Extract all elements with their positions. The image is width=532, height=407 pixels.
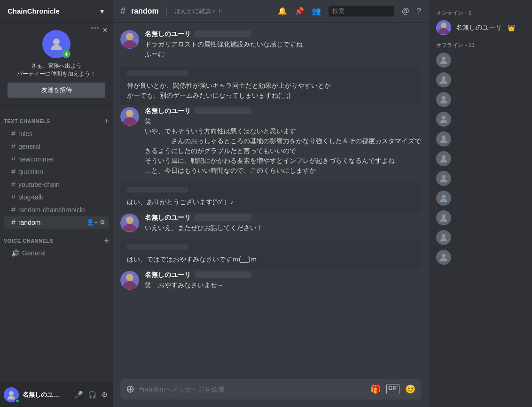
message-header: 名無しのユーリ: [145, 107, 421, 115]
channel-label: general: [18, 143, 40, 150]
member-item-offline[interactable]: [432, 189, 528, 207]
gif-icon[interactable]: GIF: [386, 384, 399, 394]
member-avatar: [436, 20, 451, 35]
channel-label: General: [22, 249, 46, 257]
add-voice-channel-icon[interactable]: +: [104, 237, 109, 245]
server-name: ChainChronicle: [8, 7, 60, 15]
message-text: 仲が良いとか、関係性が強いキャラ同士だと効果が上がりやすいとか かーでも、別のゲ…: [127, 81, 415, 100]
channel-item-blog-talk[interactable]: # blog-talk: [4, 191, 109, 203]
channel-item-general[interactable]: # general: [4, 140, 109, 153]
help-icon[interactable]: ?: [417, 7, 421, 15]
member-item-offline[interactable]: [432, 51, 528, 69]
member-item-offline[interactable]: [432, 248, 528, 267]
voice-channels-section-header[interactable]: VOICE CHANNELS +: [0, 229, 113, 247]
channels-list: TEXT CHANNELS + # rules # general # newc…: [0, 106, 113, 383]
channel-item-random-cc[interactable]: # random-chainchronicle: [4, 204, 109, 216]
channel-item-youtube-chain[interactable]: # youtube-chain: [4, 178, 109, 191]
message-text: はい、ではではおやすみなさいですｍ(__)ｍ: [127, 254, 415, 264]
channel-label: question: [18, 168, 43, 176]
user-panel: 名無しのユ… 🎤 🎧 ⚙: [0, 383, 113, 407]
members-list-icon[interactable]: 👥: [312, 7, 321, 15]
user-panel-name: 名無しのユ…: [23, 391, 69, 399]
promo-close-button[interactable]: ✕: [102, 26, 108, 34]
message-input-area: ⊕ 🎁 GIF 😊: [113, 379, 429, 407]
right-sidebar: オンライン－1 名無しのユーリ 👑 オフライン－11: [429, 0, 532, 407]
svg-point-11: [441, 23, 446, 28]
user-status-indicator: [15, 399, 20, 403]
other-name-bar: [127, 70, 188, 76]
channel-item-general-voice[interactable]: 🔊 General: [4, 247, 109, 259]
channel-hash-icon: #: [11, 193, 16, 201]
user-panel-info: 名無しのユ…: [23, 391, 69, 399]
messages-area: 名無しのユーリ ドラガリアロストの属性強化施設みたいな感じですねふーむ 仲が良い…: [113, 23, 429, 379]
gift-icon[interactable]: 🎁: [370, 384, 381, 394]
other-message-block: はい、ありがとうございます(°o°）♪: [120, 182, 421, 212]
member-item-offline[interactable]: [432, 130, 528, 148]
member-item-offline[interactable]: [432, 70, 528, 89]
invite-friends-button[interactable]: 友達を招待: [8, 83, 105, 98]
at-icon[interactable]: @: [402, 7, 409, 15]
message-avatar: [120, 107, 139, 126]
svg-point-9: [126, 274, 133, 281]
voice-channels-label: VOICE CHANNELS: [4, 238, 53, 244]
online-section-header: オンライン－1: [432, 6, 528, 18]
message-group: 名無しのユーリ いえいえ、またぜひお話してください！: [120, 214, 421, 233]
message-avatar: [120, 271, 139, 290]
settings-icon[interactable]: ⚙: [100, 219, 105, 226]
channel-hash-icon: #: [11, 180, 16, 189]
channel-label: newcommer: [18, 155, 54, 163]
add-text-channel-icon[interactable]: +: [104, 117, 109, 125]
server-header[interactable]: ChainChronicle ▼: [0, 0, 113, 23]
svg-point-18: [442, 175, 446, 179]
message-timestamp-bar: [195, 108, 251, 114]
promo-text: さぁ、冒険へ出よう パーティーに仲間を加えよう！: [17, 62, 96, 78]
svg-point-14: [442, 96, 446, 100]
other-name-bar: [127, 244, 188, 250]
channel-label: youtube-chain: [18, 181, 60, 188]
message-input-field[interactable]: [139, 385, 366, 393]
channel-item-question[interactable]: # question: [4, 166, 109, 178]
member-item-offline[interactable]: [432, 149, 528, 168]
message-group: 名無しのユーリ ドラガリアロストの属性強化施設みたいな感じですねふーむ: [120, 30, 421, 59]
channel-label: rules: [18, 130, 32, 138]
svg-point-17: [442, 155, 446, 159]
member-item-offline[interactable]: [432, 228, 528, 247]
member-item-offline[interactable]: [432, 90, 528, 109]
search-input[interactable]: [329, 6, 394, 16]
member-item-yuri[interactable]: 名無しのユーリ 👑: [432, 18, 528, 37]
member-avatar-offline: [436, 191, 451, 206]
emoji-icon[interactable]: 😊: [405, 384, 415, 394]
voice-icon: 🔊: [11, 249, 19, 257]
channel-header-actions: 🔔 📌 👥 @ ?: [278, 6, 421, 16]
svg-point-5: [126, 110, 133, 117]
add-member-icon[interactable]: 👤+: [86, 219, 98, 226]
promo-avatar: +: [42, 30, 70, 58]
message-group: 名無しのユーリ 笑 いや、でもそういう方向性は悪くはないと思います さんのおっし…: [120, 107, 421, 176]
server-chevron-icon: ▼: [99, 8, 105, 15]
message-content: 名無しのユーリ いえいえ、またぜひお話してください！: [145, 214, 421, 233]
svg-point-19: [442, 195, 446, 199]
channel-item-rules[interactable]: # rules: [4, 128, 109, 140]
member-item-offline[interactable]: [432, 169, 528, 188]
message-content: 名無しのユーリ ドラガリアロストの属性強化施設みたいな感じですねふーむ: [145, 30, 421, 59]
user-settings-button[interactable]: ⚙: [100, 390, 109, 400]
notifications-icon[interactable]: 🔔: [278, 7, 287, 15]
user-promo-card: ✕ + さぁ、冒険へ出よう パーティーに仲間を加えよう！ 友達を招待: [0, 23, 113, 106]
member-item-offline[interactable]: [432, 208, 528, 227]
pin-icon[interactable]: 📌: [295, 7, 304, 15]
message-text: ドラガリアロストの属性強化施設みたいな感じですねふーむ: [145, 39, 421, 59]
channel-header-hash: #: [120, 6, 125, 16]
svg-point-22: [442, 254, 446, 258]
message-add-button[interactable]: ⊕: [126, 383, 134, 395]
channel-item-newcommer[interactable]: # newcommer: [4, 153, 109, 165]
channel-item-random[interactable]: # random 👤+ ⚙: [4, 216, 109, 229]
mute-microphone-button[interactable]: 🎤: [73, 390, 85, 400]
member-item-offline[interactable]: [432, 110, 528, 129]
message-avatar: [120, 30, 139, 49]
offline-section-header: オフライン－11: [432, 38, 528, 51]
text-channels-section-header[interactable]: TEXT CHANNELS +: [0, 109, 113, 127]
channel-hash-icon: #: [11, 168, 16, 176]
other-name-bar: [127, 187, 188, 192]
message-avatar: [120, 214, 139, 232]
deafen-headset-button[interactable]: 🎧: [86, 390, 98, 400]
